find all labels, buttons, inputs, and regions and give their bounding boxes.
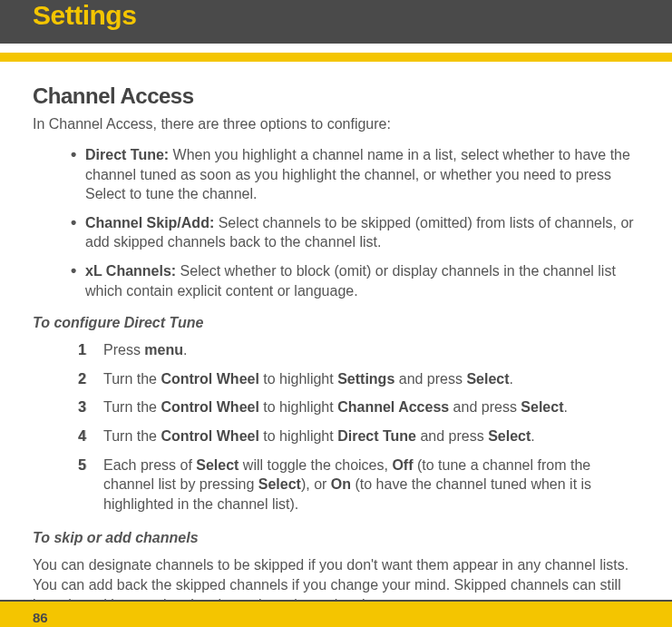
bullet-dot: • [71, 145, 85, 204]
bullet-item: • xL Channels: Select whether to block (… [71, 261, 639, 300]
step-text: Press menu. [103, 340, 639, 360]
step-text: Each press of Select will toggle the cho… [103, 456, 639, 514]
bullet-dot: • [71, 213, 85, 252]
step-text: Turn the Control Wheel to highlight Dire… [103, 426, 639, 446]
step-number: 1 [78, 340, 103, 360]
step-item: 2Turn the Control Wheel to highlight Set… [78, 369, 639, 389]
footer-band: 86 [0, 600, 672, 627]
procedure-heading: To skip or add channels [33, 530, 639, 546]
bullet-text: Channel Skip/Add: Select channels to be … [85, 213, 639, 252]
bullet-item: • Channel Skip/Add: Select channels to b… [71, 213, 639, 252]
step-number: 5 [78, 456, 103, 514]
accent-strip [0, 53, 672, 62]
step-item: 1Press menu. [78, 340, 639, 360]
page-number: 86 [33, 610, 48, 627]
step-number: 2 [78, 369, 103, 389]
step-item: 5Each press of Select will toggle the ch… [78, 456, 639, 514]
page-title: Settings [33, 0, 639, 31]
section-heading: Channel Access [33, 83, 639, 109]
procedure-heading: To configure Direct Tune [33, 315, 639, 331]
steps-list: 1Press menu.2Turn the Control Wheel to h… [78, 340, 639, 514]
bullet-text: xL Channels: Select whether to block (om… [85, 261, 639, 300]
main-content: Channel Access In Channel Access, there … [0, 62, 672, 614]
step-text: Turn the Control Wheel to highlight Sett… [103, 369, 639, 389]
step-text: Turn the Control Wheel to highlight Chan… [103, 397, 639, 417]
step-number: 3 [78, 397, 103, 417]
step-item: 3Turn the Control Wheel to highlight Cha… [78, 397, 639, 417]
bullet-dot: • [71, 261, 85, 300]
intro-text: In Channel Access, there are three optio… [33, 116, 639, 132]
step-item: 4Turn the Control Wheel to highlight Dir… [78, 426, 639, 446]
bullet-item: • Direct Tune: When you highlight a chan… [71, 145, 639, 204]
bullet-text: Direct Tune: When you highlight a channe… [85, 145, 639, 204]
bullet-list: • Direct Tune: When you highlight a chan… [71, 145, 639, 300]
header-band: Settings [0, 0, 672, 44]
step-number: 4 [78, 426, 103, 446]
